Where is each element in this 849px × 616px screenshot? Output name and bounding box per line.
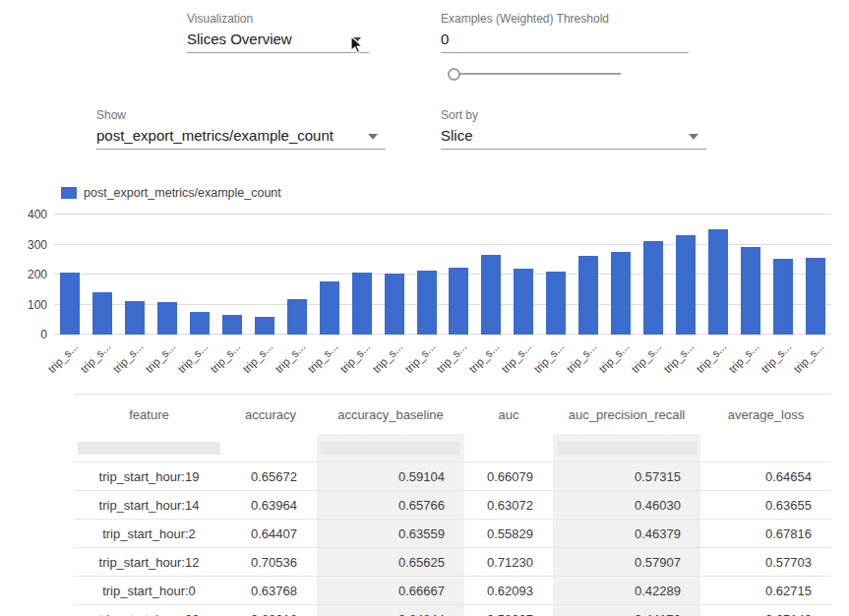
bar[interactable] — [320, 281, 339, 335]
column-header[interactable]: auc — [464, 395, 553, 434]
metric-cell: 0.46030 — [553, 491, 700, 520]
y-axis-label: 300 — [28, 238, 47, 252]
metric-cell: 0.65625 — [317, 548, 464, 577]
column-header[interactable]: average_loss — [700, 395, 831, 434]
metric-cell: 0.46379 — [553, 520, 700, 548]
bar-chart — [54, 214, 831, 335]
bar[interactable] — [385, 274, 404, 335]
metric-cell: 0.64654 — [700, 462, 831, 491]
chart-legend: post_export_metrics/example_count — [61, 186, 281, 200]
show-dropdown[interactable]: post_export_metrics/example_count — [96, 124, 386, 150]
visualization-dropdown[interactable]: Slices Overview — [187, 28, 369, 53]
metric-cell: 0.63655 — [700, 491, 831, 520]
metrics-table-container: featureaccuracyaccuracy_baselineaucauc_p… — [74, 394, 831, 616]
bar[interactable] — [676, 235, 696, 335]
metric-cell: 0.58337 — [464, 605, 553, 616]
table-row: trip_start_hour:190.656720.591040.660790… — [74, 462, 831, 491]
sort-by-value[interactable]: Slice — [441, 127, 473, 144]
bar[interactable] — [287, 299, 307, 335]
metric-cell: 0.67816 — [700, 520, 831, 548]
column-filter-input[interactable] — [78, 442, 220, 455]
threshold-value[interactable]: 0 — [441, 31, 449, 47]
bar[interactable] — [222, 315, 242, 335]
y-axis-label: 200 — [28, 268, 47, 281]
bar[interactable] — [92, 292, 112, 335]
sort-by-dropdown[interactable]: Slice — [441, 124, 706, 150]
feature-cell: trip_start_hour:12 — [74, 548, 224, 577]
column-header[interactable]: accuracy_baseline — [317, 395, 464, 434]
metric-cell: 0.65766 — [317, 491, 464, 520]
metrics-table: featureaccuracyaccuracy_baselineaucauc_p… — [74, 395, 831, 616]
metric-cell: 0.59104 — [317, 462, 464, 491]
column-filter-input[interactable] — [321, 442, 460, 455]
bar[interactable] — [417, 271, 437, 335]
metric-cell: 0.55829 — [464, 520, 553, 548]
mouse-cursor — [350, 35, 364, 55]
show-value[interactable]: post_export_metrics/example_count — [96, 127, 334, 144]
visualization-value[interactable]: Slices Overview — [187, 31, 292, 47]
threshold-input[interactable]: 0 — [441, 28, 689, 53]
gridline — [54, 214, 831, 215]
slider-knob[interactable] — [448, 68, 460, 81]
bar[interactable] — [125, 301, 145, 335]
metric-cell: 0.62715 — [700, 577, 831, 605]
bar[interactable] — [708, 229, 728, 335]
bar[interactable] — [60, 273, 80, 335]
legend-label: post_export_metrics/example_count — [84, 186, 281, 200]
bar[interactable] — [481, 255, 501, 335]
metric-cell: 0.66079 — [464, 462, 553, 491]
x-axis-label: trip_s... — [764, 340, 825, 401]
column-header[interactable]: accuracy — [224, 395, 317, 434]
metric-cell: 0.63559 — [317, 520, 464, 548]
bar[interactable] — [546, 272, 566, 335]
chevron-down-icon[interactable] — [689, 134, 698, 140]
column-filter-input[interactable] — [557, 442, 697, 455]
bar[interactable] — [773, 259, 793, 335]
table-row: trip_start_hour:00.637680.666670.620930.… — [74, 577, 831, 605]
table-row: trip_start_hour:20.644070.635590.558290.… — [74, 520, 831, 548]
sort-by-label: Sort by — [441, 108, 478, 122]
metric-cell: 0.64844 — [317, 605, 464, 616]
x-axis: trip_s...trip_s...trip_s...trip_s...trip… — [54, 340, 831, 382]
bar[interactable] — [578, 256, 598, 335]
bar[interactable] — [514, 269, 533, 335]
filter-row — [74, 434, 831, 462]
metric-cell: 0.57315 — [553, 462, 700, 491]
slider-track[interactable] — [459, 73, 621, 75]
feature-cell: trip_start_hour:23 — [74, 605, 224, 616]
bar[interactable] — [190, 312, 210, 335]
metric-cell: 0.63072 — [464, 491, 553, 520]
metric-cell: 0.66667 — [317, 577, 464, 605]
metric-cell: 0.62093 — [464, 577, 553, 605]
metric-cell: 0.63768 — [224, 577, 317, 605]
metric-cell: 0.70536 — [224, 548, 317, 577]
bar[interactable] — [611, 252, 631, 335]
column-header[interactable]: feature — [74, 395, 224, 434]
bar[interactable] — [157, 302, 177, 335]
x-axis-label: trip_s... — [376, 340, 437, 401]
table-row: trip_start_hour:230.660160.648440.583370… — [74, 605, 831, 616]
chevron-down-icon[interactable] — [368, 134, 378, 140]
bar[interactable] — [806, 258, 825, 335]
bar[interactable] — [741, 247, 760, 335]
bar[interactable] — [352, 273, 372, 335]
metric-cell: 0.65672 — [224, 462, 317, 491]
bar[interactable] — [449, 268, 468, 335]
metric-cell: 0.71230 — [464, 548, 553, 577]
table-header-row: featureaccuracyaccuracy_baselineaucauc_p… — [74, 395, 831, 434]
metric-cell: 0.57907 — [553, 548, 700, 577]
bar[interactable] — [643, 241, 663, 335]
y-axis-label: 400 — [28, 208, 47, 221]
metric-cell: 0.44173 — [553, 605, 700, 616]
y-axis: 0100200300400 — [10, 214, 47, 335]
column-header[interactable]: auc_precision_recall — [553, 395, 700, 434]
feature-cell: trip_start_hour:19 — [74, 462, 224, 491]
threshold-slider[interactable] — [446, 67, 623, 81]
metric-cell: 0.65142 — [700, 605, 831, 616]
metric-cell: 0.42289 — [553, 577, 700, 605]
visualization-label: Visualization — [187, 12, 253, 26]
bar[interactable] — [255, 317, 274, 335]
feature-cell: trip_start_hour:2 — [74, 520, 224, 548]
slices-overview-widget: Visualization Slices Overview Examples (… — [0, 0, 849, 616]
feature-cell: trip_start_hour:0 — [74, 577, 224, 605]
